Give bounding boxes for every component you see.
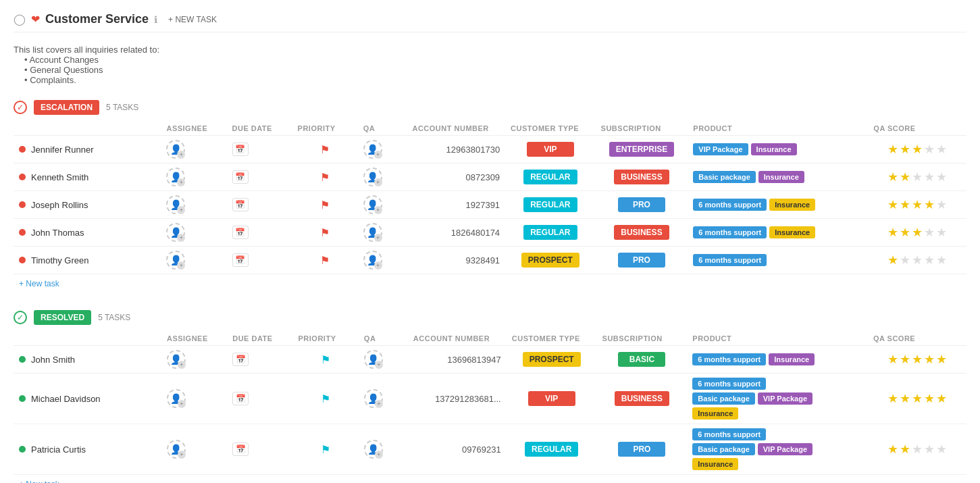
col-header-qa: QA bbox=[358, 122, 407, 136]
date-picker[interactable]: 📅 bbox=[232, 392, 249, 405]
task-status-dot bbox=[19, 229, 26, 236]
avatar-placeholder[interactable]: 👤 + bbox=[166, 195, 185, 214]
subscription-cell: BASIC bbox=[597, 346, 688, 374]
task-name-label[interactable]: John Thomas bbox=[31, 228, 84, 238]
priority-flag: ⚑ bbox=[321, 354, 330, 365]
account-number-cell: 13696813947 bbox=[408, 346, 507, 374]
avatar-placeholder[interactable]: 👤 + bbox=[167, 350, 186, 369]
qa-cell[interactable]: 👤 + bbox=[359, 374, 408, 424]
sections-container: ✓ ESCALATION 5 TASKS ASSIGNEE DUE DATE P… bbox=[14, 96, 966, 483]
avatar-placeholder[interactable]: 👤 + bbox=[363, 251, 382, 270]
avatar-placeholder[interactable]: 👤 + bbox=[166, 223, 185, 242]
task-name-label[interactable]: Jennifer Runner bbox=[31, 145, 94, 155]
col-header-ctype: CUSTOMER TYPE bbox=[507, 332, 597, 346]
assignee-cell[interactable]: 👤 + bbox=[161, 247, 226, 274]
collapse-button-escalation[interactable]: ✓ bbox=[14, 101, 27, 114]
avatar-placeholder[interactable]: 👤 + bbox=[364, 389, 383, 408]
avatar-placeholder[interactable]: 👤 + bbox=[167, 389, 186, 408]
customer-type-badge: VIP bbox=[528, 391, 575, 406]
task-name-label[interactable]: John Smith bbox=[31, 355, 75, 365]
assignee-cell[interactable]: 👤 + bbox=[161, 374, 227, 424]
qa-cell[interactable]: 👤 + bbox=[358, 219, 407, 247]
star-4: ★ bbox=[924, 442, 935, 457]
assignee-cell[interactable]: 👤 + bbox=[161, 163, 226, 191]
due-date-cell[interactable]: 📅 bbox=[227, 424, 292, 475]
assignee-cell[interactable]: 👤 + bbox=[161, 346, 227, 374]
avatar-placeholder[interactable]: 👤 + bbox=[166, 140, 185, 159]
task-status-dot bbox=[19, 201, 26, 208]
col-header-task bbox=[14, 122, 161, 136]
task-name-cell: Timothy Green bbox=[14, 247, 161, 274]
due-date-cell[interactable]: 📅 bbox=[227, 219, 292, 247]
task-name-label[interactable]: Joseph Rollins bbox=[31, 200, 88, 210]
priority-flag: ⚑ bbox=[320, 227, 330, 238]
new-task-link-escalation[interactable]: + New task bbox=[19, 279, 59, 288]
date-picker[interactable]: 📅 bbox=[232, 226, 249, 239]
date-picker[interactable]: 📅 bbox=[232, 253, 249, 267]
date-picker[interactable]: 📅 bbox=[232, 442, 249, 456]
avatar-placeholder[interactable]: 👤 + bbox=[364, 350, 383, 369]
avatar-placeholder[interactable]: 👤 + bbox=[166, 251, 185, 270]
qa-cell[interactable]: 👤 + bbox=[359, 346, 408, 374]
avatar-placeholder[interactable]: 👤 + bbox=[363, 168, 382, 186]
task-table-resolved: ASSIGNEE DUE DATE PRIORITY QA ACCOUNT NU… bbox=[14, 332, 966, 475]
date-picker[interactable]: 📅 bbox=[232, 353, 249, 366]
back-button[interactable]: ◯ bbox=[14, 13, 26, 26]
task-name-label[interactable]: Patricia Curtis bbox=[31, 444, 86, 455]
task-name-label[interactable]: Michael Davidson bbox=[31, 394, 101, 404]
info-icon[interactable]: ℹ bbox=[154, 14, 157, 25]
description-list: Account Changes General Questions Compla… bbox=[14, 55, 966, 85]
new-task-row: + New task bbox=[14, 475, 966, 483]
priority-cell: ⚑ bbox=[293, 346, 359, 374]
stars-container: ★★★★★ bbox=[873, 352, 961, 367]
new-task-link-resolved[interactable]: + New task bbox=[19, 480, 59, 483]
qa-cell[interactable]: 👤 + bbox=[358, 136, 407, 163]
avatar-placeholder[interactable]: 👤 + bbox=[167, 440, 186, 459]
desc-item-2: General Questions bbox=[24, 65, 966, 75]
qa-cell[interactable]: 👤 + bbox=[358, 191, 407, 219]
product-tag: Insurance bbox=[769, 353, 815, 365]
assignee-cell[interactable]: 👤 + bbox=[161, 191, 226, 219]
qa-cell[interactable]: 👤 + bbox=[358, 247, 407, 274]
date-picker[interactable]: 📅 bbox=[232, 143, 249, 156]
avatar-placeholder[interactable]: 👤 + bbox=[363, 223, 382, 242]
description-intro: This list covers all inquiries related t… bbox=[14, 45, 966, 55]
col-header-duedate: DUE DATE bbox=[227, 122, 292, 136]
qa-cell[interactable]: 👤 + bbox=[359, 424, 408, 475]
star-1: ★ bbox=[887, 142, 898, 157]
customer-type-cell: REGULAR bbox=[505, 191, 595, 219]
task-name-label[interactable]: Timothy Green bbox=[31, 255, 89, 265]
due-date-cell[interactable]: 📅 bbox=[227, 191, 292, 219]
assignee-cell[interactable]: 👤 + bbox=[161, 136, 226, 163]
product-tags-container: 6 months support bbox=[693, 254, 828, 266]
star-3: ★ bbox=[912, 352, 923, 367]
product-tag: VIP Package bbox=[758, 392, 813, 405]
qa-cell[interactable]: 👤 + bbox=[358, 163, 407, 191]
star-3: ★ bbox=[912, 170, 923, 184]
task-name-label[interactable]: Kenneth Smith bbox=[31, 172, 88, 182]
assignee-cell[interactable]: 👤 + bbox=[161, 219, 226, 247]
heart-icon: ❤ bbox=[31, 13, 40, 26]
due-date-cell[interactable]: 📅 bbox=[227, 346, 292, 374]
collapse-button-resolved[interactable]: ✓ bbox=[14, 311, 27, 324]
due-date-cell[interactable]: 📅 bbox=[227, 136, 292, 163]
new-task-button[interactable]: + NEW TASK bbox=[163, 13, 222, 26]
assignee-cell[interactable]: 👤 + bbox=[161, 424, 227, 475]
account-number-cell: 1826480174 bbox=[407, 219, 505, 247]
priority-cell: ⚑ bbox=[292, 219, 358, 247]
subscription-badge: BUSINESS bbox=[614, 225, 669, 240]
avatar-placeholder[interactable]: 👤 + bbox=[166, 168, 185, 186]
avatar-placeholder[interactable]: 👤 + bbox=[363, 140, 382, 159]
star-1: ★ bbox=[887, 352, 898, 367]
star-3: ★ bbox=[912, 142, 923, 157]
date-picker[interactable]: 📅 bbox=[232, 198, 249, 211]
due-date-cell[interactable]: 📅 bbox=[227, 374, 292, 424]
date-picker[interactable]: 📅 bbox=[232, 170, 249, 184]
due-date-cell[interactable]: 📅 bbox=[227, 247, 292, 274]
due-date-cell[interactable]: 📅 bbox=[227, 163, 292, 191]
add-assignee-icon: + bbox=[374, 206, 382, 214]
star-5: ★ bbox=[936, 391, 947, 406]
subscription-cell: BUSINESS bbox=[596, 163, 688, 191]
avatar-placeholder[interactable]: 👤 + bbox=[363, 195, 382, 214]
avatar-placeholder[interactable]: 👤 + bbox=[364, 440, 383, 459]
